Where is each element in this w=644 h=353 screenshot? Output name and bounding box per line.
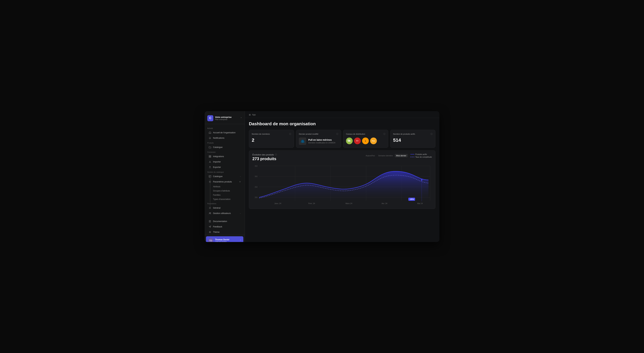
svg-point-6 (210, 208, 210, 208)
sidebar-item-documentation[interactable]: Documentation (206, 219, 243, 224)
svg-rect-4 (209, 176, 211, 178)
legend-item-completude: Taux de complétude (410, 156, 432, 158)
svg-rect-1 (210, 156, 211, 156)
section-connexion: Connexion (204, 150, 245, 154)
sidebar-item-catalogue-top[interactable]: Catalogue (206, 145, 243, 150)
main-content: ⊞ App Dashboard de mon organisation Nomb… (245, 111, 440, 242)
doc-icon (209, 220, 211, 223)
svg-text:🛍: 🛍 (348, 139, 350, 142)
sidebar-item-notifications[interactable]: Notifications (206, 136, 243, 140)
chart-controls: Aujourd'hui Semaine dernière Mois dernie… (364, 153, 432, 158)
user-card[interactable]: TD Thomas Deniel Chef de produit ⌃ (206, 236, 243, 242)
channel-canal: C+ (354, 138, 361, 144)
sidebar-header[interactable]: C Votre entreprise Plan entreprise ⌃ (204, 114, 245, 124)
sidebar-item-feedback[interactable]: Feedback (206, 224, 243, 229)
sidebar-item-integrations[interactable]: Intégrations (206, 154, 243, 159)
chart-title: Évolution des produits ⓘ (252, 153, 277, 156)
svg-rect-2 (209, 157, 210, 158)
info-icon-produits-actifs[interactable]: ⓘ (430, 133, 432, 136)
catalogue-chevron-icon: › (240, 176, 241, 178)
sidebar-sub-item-groupes[interactable]: Groupes d'attributs (206, 189, 243, 193)
svg-rect-0 (209, 156, 210, 156)
channel-amazon: a (362, 138, 369, 144)
sidebar-item-catalogue[interactable]: Catalogue › (206, 174, 243, 179)
svg-text:200: 200 (254, 196, 258, 198)
upload-icon (209, 166, 211, 168)
chart-header: Évolution des produits ⓘ 273 produits Au… (252, 153, 432, 161)
user-info: Thomas Deniel Chef de produit (215, 238, 238, 242)
grid-icon (209, 155, 211, 158)
svg-text:Janv. 24: Janv. 24 (274, 202, 281, 204)
chart-value: 273 produits (252, 156, 277, 161)
stat-card-canaux-title: Canaux de distribution ⓘ (346, 133, 386, 136)
period-btn-last-month[interactable]: Mois dernier (395, 154, 408, 157)
svg-text:300: 300 (254, 176, 258, 178)
sidebar-item-theme[interactable]: Thème (206, 230, 243, 234)
chart-title-area: Évolution des produits ⓘ 273 produits (252, 153, 277, 161)
bell-icon (209, 137, 211, 139)
table-icon (209, 175, 211, 178)
info-icon-produit[interactable]: ⓘ (336, 133, 338, 136)
company-logo: C (207, 115, 213, 121)
users-icon (209, 212, 211, 215)
svg-point-8 (210, 212, 211, 213)
legend-dashed-completude (410, 157, 414, 157)
section-parametres: Paramètres (204, 202, 245, 205)
stat-value-produits-actifs: 514 (393, 138, 432, 143)
svg-text:Févr. 24: Févr. 24 (308, 202, 315, 204)
stat-value-membres: 2 (252, 138, 291, 143)
sidebar-sub-item-attributs[interactable]: Attributs (206, 185, 243, 189)
sidebar-item-general[interactable]: Général (206, 206, 243, 210)
stat-card-canaux: Canaux de distribution ⓘ 🛍 C+ (343, 130, 388, 148)
stat-card-produit: Dernier produit modifié ⓘ 🧥 Pull en lain… (296, 130, 341, 148)
sidebar-item-gestion-utilisateurs[interactable]: Gestion utilisateurs › (206, 211, 243, 216)
product-date: Dernière modification le 14/08/24 (308, 142, 335, 144)
app-square-icon: ⊞ (249, 114, 251, 116)
stat-card-produit-title: Dernier produit modifié ⓘ (299, 133, 338, 136)
channel-fnac: fnac (370, 138, 377, 144)
sidebar-item-params-produits[interactable]: Paramètres produits ∨ (206, 179, 243, 184)
stat-card-membres: Nombre de membres ⓘ 2 (249, 130, 294, 148)
svg-text:Avr. 24: Avr. 24 (382, 202, 387, 204)
user-role: Chef de produit (215, 241, 238, 242)
product-thumbnail: 🧥 (299, 138, 306, 145)
company-info: Votre entreprise Plan entreprise (215, 116, 239, 120)
download-icon (209, 160, 211, 163)
avatar: TD (208, 238, 213, 242)
info-icon-membres[interactable]: ⓘ (289, 133, 291, 136)
svg-point-10 (210, 232, 210, 232)
sub-items-params: Attributs Groupes d'attributs Familles T… (204, 184, 245, 202)
section-produits: Produits (204, 141, 245, 144)
sun-icon (209, 231, 211, 234)
info-icon-canaux[interactable]: ⓘ (384, 133, 386, 136)
stat-card-membres-title: Nombre de membres ⓘ (252, 133, 291, 136)
svg-text:350: 350 (254, 165, 258, 167)
chart-section: Évolution des produits ⓘ 273 produits Au… (249, 150, 435, 209)
chart-container: 350 300 250 200 Janv. 24 Févr. 24 (252, 162, 432, 206)
chart-svg: 350 300 250 200 Janv. 24 Févr. 24 (252, 162, 432, 206)
legend-line-actifs (410, 154, 414, 154)
section-activite: Activité (204, 126, 245, 130)
home-icon (209, 131, 211, 134)
svg-text:Mai 24: Mai 24 (417, 202, 423, 204)
sidebar-item-accueil[interactable]: Accueil de l'organisation (206, 130, 243, 135)
svg-text:250: 250 (254, 186, 258, 188)
sidebar-item-exporter[interactable]: Exporter (206, 165, 243, 170)
company-chevron-icon[interactable]: ⌃ (240, 117, 242, 120)
period-btn-last-week[interactable]: Semaine dernière (377, 154, 394, 157)
svg-point-7 (209, 212, 210, 213)
svg-text:Mars 24: Mars 24 (346, 202, 352, 204)
sidebar-item-importer[interactable]: Importer (206, 159, 243, 164)
channel-shopify: 🛍 (346, 138, 353, 144)
stat-card-produits-actifs: Nombre de produits actifs ⓘ 514 (390, 130, 435, 148)
company-plan: Plan entreprise (215, 118, 239, 120)
app-wrapper: C Votre entreprise Plan entreprise ⌃ Act… (204, 111, 440, 242)
product-preview: 🧥 Pull en laine mérinos Dernière modific… (299, 138, 338, 145)
info-icon-chart[interactable]: ⓘ (275, 153, 277, 156)
section-gestion-catalogue: Gestion du catalogue (204, 170, 245, 174)
period-btn-today[interactable]: Aujourd'hui (364, 154, 376, 157)
sidebar-sub-item-familles[interactable]: Familles (206, 193, 243, 197)
topbar: ⊞ App (245, 111, 440, 118)
folder-icon (209, 146, 211, 148)
sidebar-sub-item-types[interactable]: Types d'association (206, 197, 243, 201)
